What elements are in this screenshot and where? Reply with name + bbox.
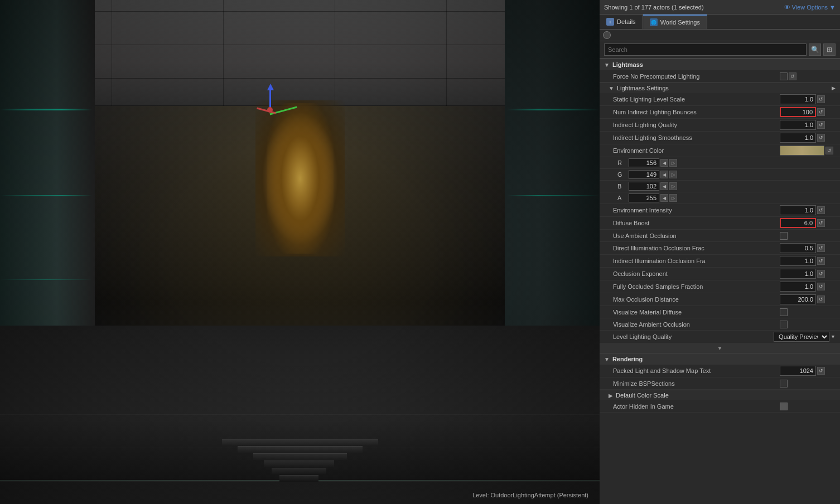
level-lighting-quality-label: Level Lighting Quality (613, 333, 774, 340)
force-no-precomputed-reset[interactable]: ↺ (789, 72, 796, 80)
indirect-lighting-quality-row: Indirect Lighting Quality ↺ (600, 119, 840, 132)
max-occlusion-distance-label: Max Occlusion Distance (613, 296, 780, 303)
env-color-g-link[interactable]: ▷ (669, 171, 677, 178)
direct-illumination-occlusion-input[interactable] (780, 243, 816, 253)
packed-light-shadow-map-row: Packed Light and Shadow Map Text ↺ (600, 365, 840, 377)
viewport: Level: OutdoorLightingAttempt (Persisten… (0, 0, 600, 504)
fully-occluded-samples-fraction-label: Fully Occluded Samples Fraction (613, 283, 780, 290)
level-lighting-quality-value: Quality Preview Preview Medium High Prod… (774, 332, 836, 342)
force-no-precomputed-value: ↺ (780, 72, 836, 80)
env-color-r-link[interactable]: ▷ (669, 159, 677, 167)
lightmass-settings-subsection[interactable]: ▼ Lightmass Settings ▶ (600, 83, 840, 93)
env-color-r-input[interactable] (629, 158, 659, 167)
rendering-section-header[interactable]: ▼ Rendering (600, 353, 840, 365)
search-input[interactable] (604, 43, 807, 56)
chevron-down-icon: ▼ (829, 4, 836, 11)
indirect-lighting-bounces-reset[interactable]: ↺ (817, 108, 825, 116)
packed-light-shadow-map-reset[interactable]: ↺ (817, 367, 825, 375)
direct-illumination-occlusion-reset[interactable]: ↺ (817, 244, 825, 252)
actor-hidden-in-game-checkbox[interactable] (780, 403, 788, 410)
occlusion-exponent-input[interactable] (780, 269, 816, 279)
grid-view-button[interactable]: ⊞ (823, 43, 836, 56)
lightmass-settings-label: Lightmass Settings (617, 85, 669, 91)
force-no-precomputed-checkbox[interactable] (780, 72, 788, 80)
indirect-lighting-quality-input[interactable] (780, 120, 816, 130)
environment-color-reset[interactable]: ↺ (825, 147, 833, 154)
minimize-bsp-sections-value (780, 380, 836, 387)
indirect-illumination-occlusion-input[interactable] (780, 256, 816, 266)
env-color-r-slider[interactable]: ◀ (660, 159, 668, 167)
indirect-lighting-smoothness-row: Indirect Lighting Smoothness ↺ (600, 132, 840, 144)
static-lighting-level-scale-reset[interactable]: ↺ (817, 95, 825, 103)
visualize-material-diffuse-checkbox[interactable] (780, 308, 788, 316)
env-color-b-slider[interactable]: ◀ (660, 182, 668, 190)
direct-illumination-occlusion-label: Direct Illumination Occlusion Frac (613, 245, 780, 251)
default-color-scale-label: Default Color Scale (616, 392, 669, 399)
env-color-a-row: A ◀ ▷ (600, 192, 840, 204)
indirect-illumination-occlusion-value: ↺ (780, 256, 836, 266)
minimize-bsp-sections-checkbox[interactable] (780, 380, 788, 387)
search-icon: 🔍 (811, 46, 819, 54)
indirect-lighting-bounces-label: Num Indirect Lighting Bounces (613, 109, 780, 115)
visualize-ambient-occlusion-row: Visualize Ambient Occlusion (600, 318, 840, 331)
use-ambient-occlusion-value (780, 232, 836, 240)
env-color-g-input[interactable] (629, 170, 659, 179)
indirect-lighting-bounces-input[interactable] (780, 107, 816, 117)
lightmass-section-label: Lightmass (612, 61, 643, 68)
tab-details[interactable]: i Details (600, 14, 643, 29)
environment-color-swatch[interactable] (780, 146, 824, 156)
env-color-b-link[interactable]: ▷ (669, 182, 677, 190)
indirect-lighting-smoothness-input[interactable] (780, 133, 816, 143)
env-color-a-input[interactable] (629, 193, 659, 202)
env-color-g-slider[interactable]: ◀ (660, 171, 668, 178)
use-ambient-occlusion-label: Use Ambient Occlusion (613, 232, 780, 239)
lightmass-section-header[interactable]: ▼ Lightmass (600, 59, 840, 70)
fully-occluded-samples-fraction-reset[interactable]: ↺ (817, 283, 825, 290)
level-label: Level: OutdoorLightingAttempt (Persisten… (472, 492, 588, 498)
actor-hidden-in-game-value (780, 403, 836, 410)
tab-world-settings[interactable]: 🌐 World Settings (643, 14, 707, 29)
max-occlusion-distance-input[interactable] (780, 294, 816, 304)
visualize-ambient-occlusion-label: Visualize Ambient Occlusion (613, 321, 780, 328)
use-ambient-occlusion-checkbox[interactable] (780, 232, 788, 240)
world-settings-tab-icon: 🌐 (650, 18, 658, 26)
rendering-section-label: Rendering (612, 356, 643, 362)
env-color-a-label: A (617, 195, 629, 201)
diffuse-boost-row: Diffuse Boost ↺ (600, 217, 840, 230)
indirect-lighting-smoothness-reset[interactable]: ↺ (817, 134, 825, 142)
diffuse-boost-label: Diffuse Boost (613, 220, 780, 226)
default-color-scale-subsection[interactable]: ▶ Default Color Scale (600, 390, 840, 400)
indirect-lighting-quality-reset[interactable]: ↺ (817, 121, 825, 129)
environment-intensity-value: ↺ (780, 205, 836, 215)
transform-gizmo[interactable] (254, 86, 287, 131)
packed-light-shadow-map-input[interactable] (780, 366, 816, 376)
occlusion-exponent-reset[interactable]: ↺ (817, 270, 825, 278)
visualize-ambient-occlusion-checkbox[interactable] (780, 321, 788, 328)
view-options-button[interactable]: 👁 View Options ▼ (784, 4, 836, 11)
search-button[interactable]: 🔍 (809, 43, 821, 56)
circle-button[interactable] (603, 31, 611, 39)
actor-hidden-in-game-row: Actor Hidden In Game (600, 400, 840, 413)
lightmass-collapse-arrow: ▼ (604, 62, 610, 68)
environment-intensity-reset[interactable]: ↺ (817, 206, 825, 214)
eye-icon: 👁 (784, 4, 790, 11)
env-color-g-label: G (617, 171, 629, 178)
visualize-material-diffuse-value (780, 308, 836, 316)
occlusion-exponent-label: Occlusion Exponent (613, 270, 780, 277)
scroll-down-button[interactable]: ▼ (717, 345, 723, 351)
env-color-b-input[interactable] (629, 182, 659, 191)
environment-intensity-input[interactable] (780, 205, 816, 215)
fully-occluded-samples-fraction-input[interactable] (780, 282, 816, 292)
grid-icon: ⊞ (827, 46, 832, 54)
diffuse-boost-input[interactable] (780, 218, 816, 228)
max-occlusion-distance-row: Max Occlusion Distance ↺ (600, 293, 840, 306)
static-lighting-level-scale-input[interactable] (780, 94, 816, 104)
max-occlusion-distance-reset[interactable]: ↺ (817, 295, 825, 303)
env-color-a-link[interactable]: ▷ (669, 194, 677, 202)
indirect-lighting-smoothness-label: Indirect Lighting Smoothness (613, 134, 780, 141)
level-lighting-quality-select[interactable]: Quality Preview Preview Medium High Prod… (774, 332, 829, 342)
rendering-collapse-arrow: ▼ (604, 356, 610, 362)
env-color-a-slider[interactable]: ◀ (660, 194, 668, 202)
indirect-illumination-occlusion-reset[interactable]: ↺ (817, 257, 825, 265)
diffuse-boost-reset[interactable]: ↺ (817, 219, 825, 227)
